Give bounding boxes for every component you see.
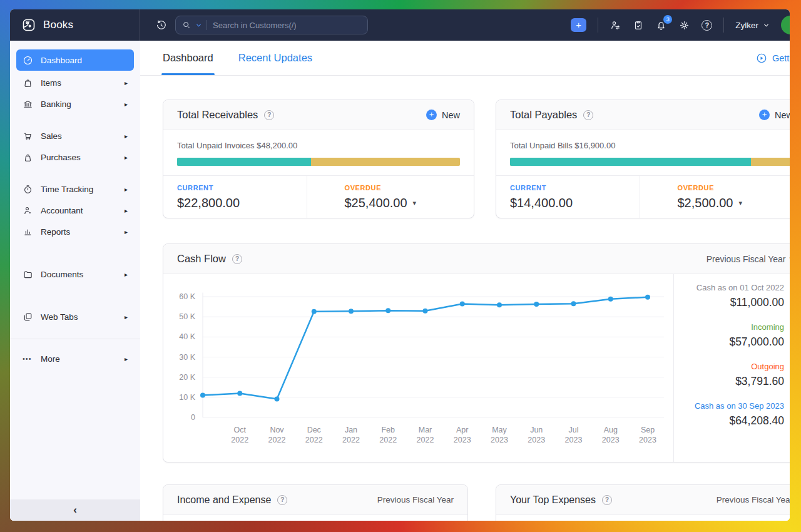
help-icon[interactable]: ? (264, 110, 274, 120)
sidebar-item-sales[interactable]: Sales ▸ (16, 125, 134, 146)
summary-value: $11,000.00 (680, 296, 784, 309)
avatar[interactable] (781, 16, 790, 34)
sidebar-nav: Dashboard Items ▸ Banking ▸ (10, 41, 140, 499)
total-receivables-card: Total Receivables ? + New Total Unpaid I… (163, 100, 474, 218)
cashflow-period-dropdown[interactable]: Previous Fiscal Year ▾ (707, 254, 790, 264)
history-icon[interactable] (155, 19, 167, 31)
cash-flow-card: Cash Flow ? Previous Fiscal Year ▾ 010 K… (163, 243, 790, 463)
org-caret-icon (763, 22, 770, 29)
sidebar: Dashboard Items ▸ Banking ▸ (10, 41, 140, 521)
period-label: Previous Fiscal Year (707, 254, 786, 264)
card-title: Total Receivables (177, 109, 258, 121)
announcements-icon[interactable] (633, 19, 644, 31)
overdue-amount: $2,500.00 (678, 196, 733, 210)
current-label: CURRENT (177, 184, 307, 192)
submenu-arrow-icon: ▸ (125, 101, 128, 108)
help-icon[interactable]: ? (702, 20, 712, 31)
submenu-arrow-icon: ▸ (125, 207, 128, 214)
topbar-separator (598, 18, 598, 33)
sidebar-item-purchases[interactable]: Purchases ▸ (16, 146, 134, 168)
receivables-overdue[interactable]: OVERDUE $25,400.00 ▾ (307, 176, 474, 218)
new-label: New (775, 110, 790, 120)
unpaid-invoices-total: Total Unpaid Invoices $48,200.00 (177, 141, 460, 150)
bag-icon (23, 78, 33, 88)
play-icon (756, 53, 767, 64)
svg-text:May: May (492, 426, 507, 434)
top-expenses-period-dropdown[interactable]: Previous Fiscal Year (717, 495, 790, 504)
svg-text:Nov: Nov (270, 426, 284, 434)
sidebar-item-accountant[interactable]: Accountant ▸ (16, 200, 134, 221)
books-logo-icon (21, 18, 36, 33)
org-switcher[interactable]: Zylker (735, 21, 770, 30)
payables-overdue[interactable]: OVERDUE $2,500.00 ▾ (640, 176, 790, 218)
sidebar-item-items[interactable]: Items ▸ (16, 72, 134, 93)
quick-create-icon[interactable]: + (571, 18, 586, 32)
help-icon[interactable]: ? (583, 110, 593, 120)
sidebar-item-dashboard[interactable]: Dashboard (16, 49, 134, 71)
sidebar-item-documents[interactable]: Documents ▸ (16, 263, 134, 285)
svg-text:2022: 2022 (268, 436, 286, 444)
topbar-actions: + (571, 16, 790, 34)
current-label: CURRENT (510, 184, 640, 192)
sidebar-item-label: Documents (41, 270, 83, 279)
sidebar-item-more[interactable]: ••• More ▸ (16, 348, 134, 369)
notifications-wrap: 3 (655, 19, 667, 31)
search-box[interactable] (175, 16, 368, 34)
unpaid-bills-total: Total Unpaid Bills $16,900.00 (510, 141, 790, 150)
help-icon[interactable]: ? (232, 254, 242, 264)
new-invoice-button[interactable]: + New (426, 110, 460, 120)
search-input[interactable] (212, 20, 361, 31)
sidebar-item-label: Web Tabs (41, 312, 78, 322)
brand-name: Books (43, 19, 73, 31)
summary-label-link[interactable]: Cash as on 30 Sep 2023 (680, 401, 784, 411)
overdue-amount: $25,400.00 (345, 196, 407, 210)
svg-text:Jul: Jul (569, 426, 579, 434)
overdue-label: OVERDUE (678, 184, 790, 192)
top-expenses-card: Your Top Expenses ? Previous Fiscal Year (496, 484, 790, 521)
sidebar-item-time-tracking[interactable]: Time Tracking ▸ (16, 178, 134, 200)
svg-text:2022: 2022 (231, 436, 248, 444)
sidebar-item-reports[interactable]: Reports ▸ (16, 221, 134, 242)
sidebar-item-web-tabs[interactable]: Web Tabs ▸ (16, 306, 134, 327)
plus-icon: + (426, 110, 437, 120)
new-bill-button[interactable]: + New (759, 110, 790, 120)
payables-progress-bar (510, 158, 790, 166)
folder-icon (23, 269, 33, 280)
svg-text:20 K: 20 K (179, 373, 195, 382)
submenu-arrow-icon: ▸ (125, 271, 128, 278)
svg-text:Jun: Jun (530, 426, 543, 434)
search-scope-caret-icon[interactable] (195, 22, 202, 29)
sidebar-item-banking[interactable]: Banking ▸ (16, 93, 134, 115)
sidebar-item-label: Reports (41, 227, 70, 237)
settings-icon[interactable] (678, 19, 690, 31)
summary-value: $3,791.60 (680, 375, 784, 388)
income-expense-period-dropdown[interactable]: Previous Fiscal Year (377, 495, 454, 504)
svg-text:2023: 2023 (491, 436, 508, 444)
caret-down-icon[interactable]: ▾ (413, 199, 417, 207)
summary-incoming: Incoming $57,000.00 (680, 322, 784, 349)
collapse-icon: ‹ (73, 504, 77, 516)
dashboard-content: Total Receivables ? + New Total Unpaid I… (140, 76, 790, 521)
receivables-progress-bar (177, 158, 460, 166)
pouch-icon (23, 152, 33, 163)
sidebar-collapse-button[interactable]: ‹ (10, 499, 140, 521)
app-window: Books + (10, 9, 790, 521)
brand[interactable]: Books (10, 9, 140, 41)
svg-text:60 K: 60 K (179, 292, 195, 301)
svg-text:Feb: Feb (381, 426, 395, 434)
help-icon[interactable]: ? (602, 495, 612, 505)
svg-text:Apr: Apr (456, 426, 468, 434)
svg-text:2023: 2023 (565, 436, 583, 444)
tab-recent-updates[interactable]: Recent Updates (238, 52, 312, 75)
sidebar-item-label: Items (41, 78, 61, 88)
overdue-label: OVERDUE (345, 184, 474, 192)
caret-down-icon[interactable]: ▾ (738, 199, 742, 207)
help-icon[interactable]: ? (277, 495, 287, 505)
summary-label: Incoming (680, 322, 784, 332)
sidebar-item-label: Accountant (41, 206, 83, 215)
getting-started-link[interactable]: Getting Started (756, 53, 790, 64)
referrals-icon[interactable] (610, 19, 621, 31)
tab-dashboard[interactable]: Dashboard (163, 52, 213, 75)
sidebar-item-label: Purchases (41, 153, 81, 162)
plus-icon: + (759, 110, 770, 120)
